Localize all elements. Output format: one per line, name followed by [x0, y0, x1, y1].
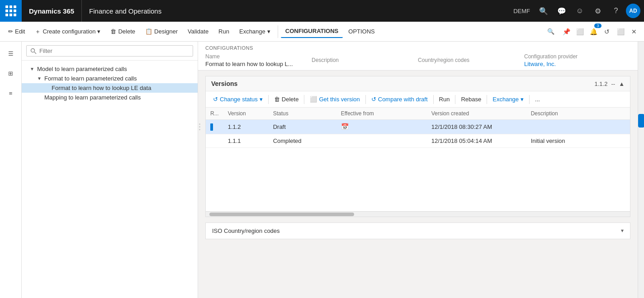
cell-status: Draft	[269, 120, 336, 134]
help-icon-btn[interactable]: ?	[608, 3, 624, 19]
notification-badge: 3	[594, 24, 601, 28]
waffle-icon	[5, 5, 16, 16]
vsep6	[487, 95, 487, 104]
tree-item-label: Format to learn parameterized calls	[44, 75, 137, 82]
hamburger-button[interactable]: ☰	[3, 45, 19, 61]
versions-header-row: R... Version Status Effective from Versi…	[206, 108, 630, 120]
notification-icon[interactable]: 🔔 3	[587, 25, 600, 38]
tree-filter	[22, 42, 198, 61]
versions-delete-button[interactable]: 🗑 Delete	[270, 94, 303, 104]
table-row[interactable]: 1.1.2 Draft 📅 12/1/2018 08:30:27 AM	[206, 120, 630, 134]
calendar-icon[interactable]: 📅	[341, 123, 349, 130]
version-number: 1.1.2	[595, 80, 608, 87]
settings-icon-btn[interactable]: ⚙	[590, 3, 606, 19]
conf-name-value: Format to learn how to lookup L...	[205, 61, 312, 67]
edit-button[interactable]: ✏ Edit	[4, 25, 29, 38]
validate-button[interactable]: Validate	[183, 25, 213, 38]
tree-item-label: Model to learn parameterized calls	[37, 66, 127, 72]
delete-button[interactable]: 🗑 Delete	[106, 25, 140, 38]
exchange-chevron-icon: ▾	[267, 28, 270, 35]
toolbar-right-icons: 📌 ⬜ 🔔 3 ↺ ⬜ ✕	[560, 25, 640, 38]
versions-table: R... Version Status Effective from Versi…	[206, 108, 630, 148]
exchange-button[interactable]: Exchange ▾	[235, 25, 275, 38]
scrollbar-thumb[interactable]	[638, 114, 644, 128]
horizontal-scrollbar[interactable]	[206, 211, 630, 217]
versions-run-button[interactable]: Run	[436, 94, 454, 104]
versions-table-body: 1.1.2 Draft 📅 12/1/2018 08:30:27 AM 1.	[206, 120, 630, 148]
office-icon[interactable]: ⬜	[573, 25, 586, 38]
col-created: Version created	[427, 108, 526, 120]
iso-header[interactable]: ISO Country/region codes ▾	[206, 223, 630, 239]
brand: Dynamics 365 Finance and Operations	[22, 0, 169, 22]
cell-desc: Initial version	[526, 134, 630, 147]
close-icon[interactable]: ✕	[628, 25, 640, 38]
toolbar-search-icon[interactable]: 🔍	[545, 25, 557, 38]
cell-created: 12/1/2018 05:04:14 AM	[427, 134, 526, 147]
conf-country-label: Country/region codes	[418, 57, 524, 63]
avatar-button[interactable]: AD	[626, 4, 640, 18]
row-indicator	[210, 123, 213, 131]
cell-version: 1.1.2	[223, 120, 269, 134]
conf-provider-link[interactable]: Litware, Inc.	[524, 61, 630, 67]
right-scrollbar[interactable]	[638, 42, 644, 298]
run-button[interactable]: Run	[214, 25, 234, 38]
main-layout: ☰ ⊞ ≡ ▼ Model to learn parameterized cal…	[0, 42, 644, 298]
iso-section: ISO Country/region codes ▾	[205, 222, 630, 239]
get-this-version-button[interactable]: ⬜ Get this version	[306, 94, 363, 104]
dropdown-arrow-icon: ▾	[97, 28, 100, 35]
vsep7	[529, 95, 530, 104]
configurations-header: CONFIGURATIONS Name Format to learn how …	[198, 42, 638, 71]
vsep1	[268, 95, 269, 104]
compare-draft-button[interactable]: ↺ Compare with draft	[368, 94, 431, 104]
versions-title: Versions	[211, 80, 237, 87]
chat-icon-btn[interactable]: 💬	[554, 3, 570, 19]
face-icon-btn[interactable]: ☺	[572, 3, 588, 19]
content-panel: CONFIGURATIONS Name Format to learn how …	[198, 42, 638, 298]
chevron-down-icon: ▼	[29, 66, 35, 72]
tree-item-format-parameterized[interactable]: ▼ Format to learn parameterized calls	[22, 74, 198, 83]
restore-icon[interactable]: ⬜	[614, 25, 627, 38]
list-icon-btn[interactable]: ≡	[3, 85, 19, 101]
col-r: R...	[206, 108, 223, 120]
cell-desc	[526, 120, 630, 134]
iso-chevron-icon: ▾	[621, 227, 624, 234]
collapse-icon[interactable]: ▲	[619, 80, 625, 87]
refresh-icon: ↺	[213, 96, 218, 103]
edit-icon: ✏	[8, 28, 13, 35]
options-tab[interactable]: OPTIONS	[344, 25, 379, 38]
conf-provider-col: Configuration provider Litware, Inc.	[524, 53, 630, 67]
tree-item-mapping[interactable]: ▶ Mapping to learn parameterized calls	[22, 93, 198, 102]
horizontal-scrollbar-thumb[interactable]	[209, 213, 354, 216]
vsep3	[365, 95, 366, 104]
versions-exchange-button[interactable]: Exchange ▾	[489, 94, 527, 104]
version-sep: --	[611, 80, 615, 87]
download-icon: ⬜	[310, 96, 317, 103]
cell-created: 12/1/2018 08:30:27 AM	[427, 120, 526, 134]
configurations-tab[interactable]: CONFIGURATIONS	[281, 25, 343, 38]
vsep4	[433, 95, 434, 104]
tree-resize-handle[interactable]	[198, 81, 201, 172]
tree-item-format-lookup[interactable]: ▶ Format to learn how to lookup LE data	[22, 83, 198, 93]
rebase-button[interactable]: Rebase	[457, 94, 485, 104]
more-button[interactable]: ...	[531, 94, 544, 104]
create-config-button[interactable]: ＋ Create configuration ▾	[30, 25, 105, 38]
tree-item-model[interactable]: ▼ Model to learn parameterized calls	[22, 64, 198, 74]
brand-d365[interactable]: Dynamics 365	[22, 0, 82, 22]
top-nav-right: DEMF 🔍 💬 ☺ ⚙ ? AD	[510, 3, 644, 19]
conf-desc-col: Description	[312, 57, 418, 64]
designer-button[interactable]: 📋 Designer	[141, 25, 182, 38]
versions-header-right: 1.1.2 -- ▲	[595, 80, 625, 87]
waffle-button[interactable]	[0, 0, 22, 22]
iso-title: ISO Country/region codes	[212, 227, 280, 234]
filter-input[interactable]	[26, 45, 193, 57]
filter-button[interactable]: ⊞	[3, 65, 19, 81]
change-status-button[interactable]: ↺ Change status ▾	[209, 94, 266, 104]
designer-icon: 📋	[145, 28, 152, 35]
refresh-icon[interactable]: ↺	[601, 25, 613, 38]
pin-icon[interactable]: 📌	[560, 25, 573, 38]
cell-version: 1.1.1	[223, 134, 269, 147]
table-row[interactable]: 1.1.1 Completed 12/1/2018 05:04:14 AM In…	[206, 134, 630, 147]
chevron-down-icon: ▼	[36, 76, 43, 82]
cell-r	[206, 120, 223, 134]
search-icon-btn[interactable]: 🔍	[535, 3, 552, 19]
